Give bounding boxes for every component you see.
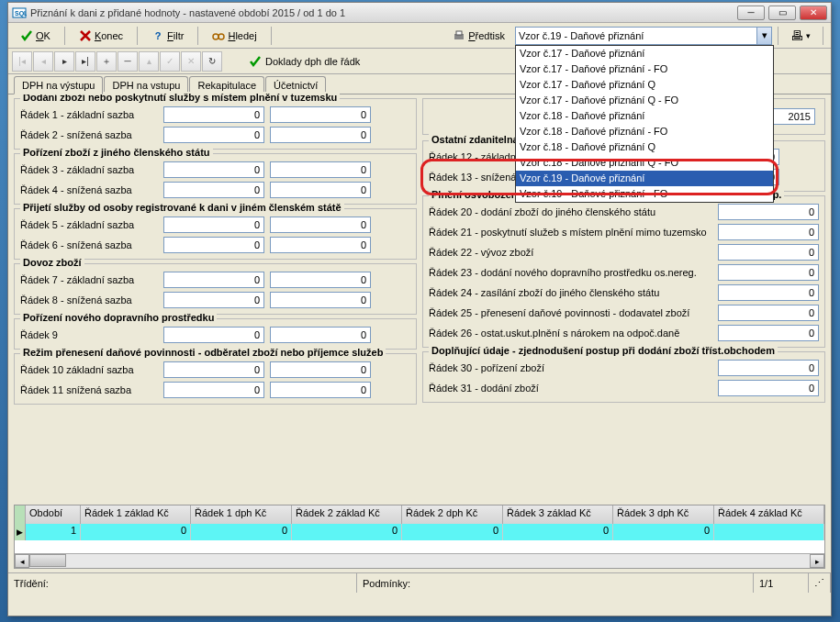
combo-value: Vzor č.19 - Daňové přiznání xyxy=(519,30,644,41)
value-input[interactable] xyxy=(163,272,264,288)
form-row: Řádek 1 - základní sazba xyxy=(20,106,410,123)
combo-option[interactable]: Vzor č.18 - Daňové přiznání xyxy=(516,108,773,124)
svg-point-2 xyxy=(213,34,218,39)
grid-header-cell[interactable]: Období xyxy=(26,505,81,524)
minimize-button[interactable]: ─ xyxy=(737,6,765,20)
value-input[interactable] xyxy=(163,292,264,308)
value-input[interactable] xyxy=(163,327,264,343)
value-input[interactable] xyxy=(718,264,819,281)
value-input[interactable] xyxy=(270,361,371,378)
grid-cell[interactable]: 0 xyxy=(191,524,292,540)
value-input[interactable] xyxy=(270,161,371,178)
status-podminky: Podmínky: xyxy=(357,573,754,593)
grid-header-cell[interactable]: Řádek 1 dph Kč xyxy=(191,505,292,524)
value-input[interactable] xyxy=(718,244,819,261)
grid-header-cell[interactable]: Řádek 4 základ Kč xyxy=(714,505,824,524)
nav-remove[interactable]: ─ xyxy=(118,51,138,72)
horizontal-scrollbar[interactable]: ◂ ▸ xyxy=(15,553,824,568)
grid-header-cell[interactable]: Řádek 3 dph Kč xyxy=(613,505,714,524)
nav-refresh[interactable]: ↻ xyxy=(202,51,222,72)
binoculars-icon xyxy=(212,29,225,42)
combo-option[interactable]: Vzor č.17 - Daňové přiznání Q - FO xyxy=(516,93,773,108)
form-row: Řádek 20 - dodání zboží do jiného člensk… xyxy=(429,204,819,220)
grid-cell[interactable]: 0 xyxy=(613,524,714,540)
template-combo[interactable]: Vzor č.19 - Daňové přiznání ▾ Vzor č.17 … xyxy=(515,27,772,45)
value-input[interactable] xyxy=(270,327,371,343)
grid-cell[interactable]: 0 xyxy=(292,524,402,540)
form-row: Řádek 5 - základní sazba xyxy=(20,217,410,233)
combo-option[interactable]: Vzor č.18 - Daňové přiznání Q - FO xyxy=(516,155,773,171)
field-group: Dovoz zbožíŘádek 7 - základní sazbaŘádek… xyxy=(14,263,417,315)
value-input[interactable] xyxy=(270,217,371,233)
value-input[interactable] xyxy=(163,182,264,198)
scroll-left-icon[interactable]: ◂ xyxy=(15,554,29,568)
combo-option[interactable]: Vzor č.17 - Daňové přiznání Q xyxy=(516,77,773,93)
nav-add[interactable]: ＋ xyxy=(96,51,117,72)
nav-confirm[interactable]: ✓ xyxy=(160,51,180,72)
close-button[interactable]: ✕ xyxy=(800,6,827,20)
value-input[interactable] xyxy=(270,272,371,288)
combo-option[interactable]: Vzor č.19 - Daňové přiznání - FO xyxy=(516,186,773,202)
value-input[interactable] xyxy=(718,360,819,376)
nav-next[interactable]: ▸ xyxy=(54,51,74,72)
print-button[interactable]: 🖶 ▾ xyxy=(784,27,817,45)
scroll-thumb[interactable] xyxy=(29,554,66,567)
konec-button[interactable]: Konec xyxy=(73,27,129,45)
nav-cancel[interactable]: ✕ xyxy=(181,51,201,72)
combo-option[interactable]: Vzor č.17 - Daňové přiznání xyxy=(516,46,773,61)
field-group: Plnění osvobozená a s místem plnění mimo… xyxy=(422,195,825,348)
row-label: Řádek 6 - snížená sazba xyxy=(20,239,158,250)
chevron-down-icon[interactable]: ▾ xyxy=(756,28,771,44)
filtr-button[interactable]: ? Filtr xyxy=(145,27,190,45)
combo-dropdown: Vzor č.17 - Daňové přiznáníVzor č.17 - D… xyxy=(515,45,774,203)
scroll-right-icon[interactable]: ▸ xyxy=(810,554,824,568)
value-input[interactable] xyxy=(718,204,819,220)
value-input[interactable] xyxy=(270,382,371,398)
grid-cell[interactable] xyxy=(714,524,824,540)
value-input[interactable] xyxy=(718,224,819,240)
value-input[interactable] xyxy=(270,182,371,198)
grid-header-cell[interactable]: Řádek 3 základ Kč xyxy=(503,505,613,524)
combo-option[interactable]: Vzor č.19 - Daňové přiznání xyxy=(516,171,773,186)
value-input[interactable] xyxy=(163,106,264,123)
ok-button[interactable]: OK xyxy=(14,27,57,45)
row-marker: ▶ xyxy=(15,524,26,540)
value-input[interactable] xyxy=(270,106,371,123)
value-input[interactable] xyxy=(718,380,819,396)
doklady-button[interactable]: Doklady dph dle řádk xyxy=(241,52,367,71)
grid-cell[interactable]: 0 xyxy=(81,524,191,540)
grid-cell[interactable]: 0 xyxy=(503,524,613,540)
grid-header-cell[interactable]: Řádek 2 základ Kč xyxy=(292,505,402,524)
value-input[interactable] xyxy=(270,127,371,143)
value-input[interactable] xyxy=(270,292,371,308)
grid-cell[interactable]: 1 xyxy=(26,524,81,540)
value-input[interactable] xyxy=(163,382,264,398)
nav-edit[interactable]: ▴ xyxy=(139,51,159,72)
nav-prev[interactable]: ◂ xyxy=(33,51,53,72)
value-input[interactable] xyxy=(163,161,264,178)
value-input[interactable] xyxy=(163,361,264,378)
tab-dph-vystupu[interactable]: DPH na výstupu xyxy=(14,76,103,94)
grid-header-cell[interactable]: Řádek 2 dph Kč xyxy=(402,505,503,524)
grid-header-cell[interactable]: Řádek 1 základ Kč xyxy=(81,505,191,524)
value-input[interactable] xyxy=(718,284,819,301)
grid-cell[interactable]: 0 xyxy=(402,524,503,540)
value-input[interactable] xyxy=(270,237,371,253)
status-drag-icon: ⋰ xyxy=(809,573,831,593)
group-title: Doplňující údaje - zjednodušení postup p… xyxy=(429,345,778,356)
predtisk-button[interactable]: Předtisk xyxy=(446,27,511,45)
value-input[interactable] xyxy=(163,217,264,233)
svg-text:SQL: SQL xyxy=(15,10,27,17)
value-input[interactable] xyxy=(163,237,264,253)
value-input[interactable] xyxy=(163,127,264,143)
maximize-button[interactable]: ▭ xyxy=(768,6,796,20)
value-input[interactable] xyxy=(718,325,819,341)
form-row: Řádek 26 - ostat.uskut.plnění s nárokem … xyxy=(429,325,819,341)
combo-option[interactable]: Vzor č.17 - Daňové přiznání - FO xyxy=(516,61,773,77)
hledej-button[interactable]: Hledej xyxy=(206,27,263,45)
nav-first[interactable]: |◂ xyxy=(12,51,32,72)
combo-option[interactable]: Vzor č.18 - Daňové přiznání - FO xyxy=(516,124,773,139)
combo-option[interactable]: Vzor č.18 - Daňové přiznání Q xyxy=(516,139,773,155)
value-input[interactable] xyxy=(718,305,819,321)
nav-last[interactable]: ▸| xyxy=(75,51,95,72)
